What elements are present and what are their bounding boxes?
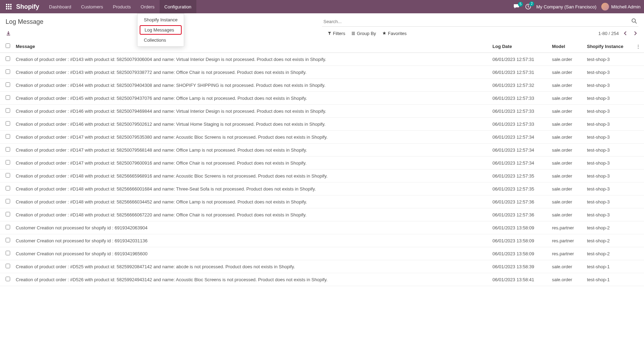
pager-next-icon[interactable] [632,30,638,36]
table-row[interactable]: Creation of product order : #D526 with p… [0,273,644,286]
topbar-right: 5 2 My Company (San Francisco) Mitchell … [514,3,640,11]
row-checkbox[interactable] [6,69,10,74]
row-checkbox[interactable] [6,160,10,165]
table-row[interactable]: Customer Creation not processed for shop… [0,247,644,260]
table-row[interactable]: Creation of product order : #D146 with p… [0,105,644,118]
cell-log-date: 06/01/2023 12:57:34 [490,131,549,144]
table-row[interactable]: Customer Creation not processed for shop… [0,221,644,234]
star-icon [382,31,386,35]
topbar-left: Shopify Dashboard Customers Products Ord… [4,0,196,13]
table-row[interactable]: Creation of product order : #D148 with p… [0,182,644,195]
table-row[interactable]: Creation of product order : #D144 with p… [0,79,644,92]
menu-collections[interactable]: Collections [138,35,184,45]
row-checkbox[interactable] [6,186,10,191]
row-checkbox[interactable] [6,108,10,113]
table-row[interactable]: Creation of product order : #D147 with p… [0,144,644,157]
messaging-badge: 5 [518,2,523,7]
row-checkbox[interactable] [6,121,10,126]
row-checkbox[interactable] [6,95,10,100]
cell-log-date: 06/01/2023 12:57:34 [490,157,549,170]
cell-log-date: 06/01/2023 12:57:36 [490,195,549,208]
cell-message: Creation of product order : #D146 with p… [13,118,490,131]
nav-configuration[interactable]: Configuration [160,0,196,13]
filter-tools: Filters Group By Favorites [328,31,407,36]
avatar-icon [601,3,609,11]
menu-log-messages[interactable]: Log Messages [140,25,182,35]
activity-icon[interactable]: 2 [525,4,531,10]
table-row[interactable]: Customer Creation not processed for shop… [0,234,644,247]
apps-icon[interactable] [4,4,14,9]
row-checkbox[interactable] [6,173,10,178]
cell-message: Customer Creation not processed for shop… [13,247,490,260]
cell-instance: test-shop-3 [584,105,633,118]
nav-orders[interactable]: Orders [136,0,160,13]
row-checkbox[interactable] [6,238,10,242]
row-checkbox[interactable] [6,264,10,268]
cell-log-date: 06/01/2023 13:58:39 [490,260,549,273]
cell-model: sale.order [549,170,584,182]
cell-model: res.partner [549,221,584,234]
row-checkbox[interactable] [6,147,10,152]
cell-instance: test-shop-3 [584,182,633,195]
row-checkbox[interactable] [6,212,10,216]
row-checkbox[interactable] [6,134,10,139]
nav-customers[interactable]: Customers [76,0,108,13]
group-by-button[interactable]: Group By [351,31,376,36]
col-message[interactable]: Message [13,40,490,53]
topbar: Shopify Dashboard Customers Products Ord… [0,0,644,13]
col-shopify-instance[interactable]: Shopify Instance [584,40,633,53]
col-log-date[interactable]: Log Date [490,40,549,53]
nav-products[interactable]: Products [108,0,135,13]
menu-shopify-instance[interactable]: Shopify Instance [138,15,184,25]
company-selector[interactable]: My Company (San Francisco) [536,4,596,9]
pager-range[interactable]: 1-80 / 254 [598,31,619,36]
table-row[interactable]: Creation of product order : #D148 with p… [0,195,644,208]
row-checkbox[interactable] [6,225,10,229]
pager: 1-80 / 254 [598,30,638,36]
app-name[interactable]: Shopify [16,3,39,11]
cell-model: sale.order [549,92,584,105]
cell-message: Creation of product order : #D147 with p… [13,157,490,170]
export-icon[interactable] [6,30,11,36]
search-input[interactable] [322,17,638,27]
cell-log-date: 06/01/2023 13:58:41 [490,273,549,286]
column-options-icon[interactable]: ⋮ [636,44,640,49]
cell-model: sale.order [549,66,584,79]
table-row[interactable]: Creation of product order : #D143 with p… [0,66,644,79]
row-checkbox[interactable] [6,82,10,87]
row-checkbox[interactable] [6,251,10,255]
col-model[interactable]: Model [549,40,584,53]
row-checkbox[interactable] [6,56,10,61]
pager-prev-icon[interactable] [622,30,629,36]
filters-button[interactable]: Filters [328,31,345,36]
activity-badge: 2 [529,1,534,6]
table-row[interactable]: Creation of product order : #D145 with p… [0,92,644,105]
messaging-icon[interactable]: 5 [514,4,520,9]
cell-log-date: 06/01/2023 12:57:35 [490,182,549,195]
cell-instance: test-shop-3 [584,53,633,66]
cell-instance: test-shop-3 [584,66,633,79]
table-row[interactable]: Creation of product order : #D148 with p… [0,170,644,182]
search-icon[interactable] [631,18,637,24]
list-icon [351,32,355,35]
table-row[interactable]: Creation of product order : #D148 with p… [0,208,644,221]
row-checkbox[interactable] [6,199,10,203]
row-checkbox[interactable] [6,277,10,281]
cell-instance: test-shop-3 [584,144,633,157]
table-row[interactable]: Creation of product order : #D147 with p… [0,157,644,170]
select-all-checkbox[interactable] [6,43,10,48]
cell-model: sale.order [549,157,584,170]
nav-dashboard[interactable]: Dashboard [44,0,76,13]
cell-message: Creation of product order : #D526 with p… [13,273,490,286]
cell-message: Creation of product order : #D148 with p… [13,195,490,208]
table-row[interactable]: Creation of product order : #D146 with p… [0,118,644,131]
table-row[interactable]: Creation of product order : #D143 with p… [0,53,644,66]
table-row[interactable]: Creation of product order : #D147 with p… [0,131,644,144]
cell-model: sale.order [549,182,584,195]
page-title: Log Message [6,18,43,26]
cell-log-date: 06/01/2023 12:57:32 [490,79,549,92]
cell-instance: test-shop-3 [584,118,633,131]
user-menu[interactable]: Mitchell Admin [601,3,640,11]
favorites-button[interactable]: Favorites [382,31,406,36]
table-row[interactable]: Creation of product order : #D525 with p… [0,260,644,273]
